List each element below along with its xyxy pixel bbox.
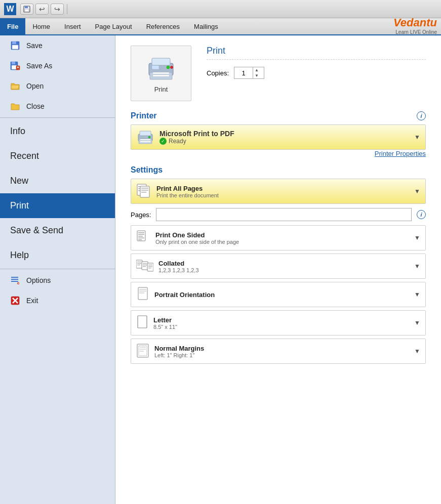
svg-rect-70 bbox=[140, 351, 144, 352]
printer-properties-link[interactable]: Printer Properties bbox=[375, 150, 426, 157]
sidebar-item-save-send[interactable]: Save & Send bbox=[0, 218, 115, 243]
pages-info-icon[interactable]: i bbox=[417, 210, 426, 219]
sidebar-label-info: Info bbox=[10, 126, 25, 137]
svg-rect-33 bbox=[140, 141, 150, 142]
svg-rect-59 bbox=[148, 266, 152, 267]
sidebar-item-recent[interactable]: Recent bbox=[0, 144, 115, 169]
pages-label: Pages: bbox=[131, 211, 151, 219]
setting-letter-text: Letter 8.5" x 11" bbox=[153, 316, 177, 330]
printer-section-header: Printer i bbox=[131, 111, 426, 120]
tab-insert[interactable]: Insert bbox=[57, 18, 88, 34]
sidebar-divider-2 bbox=[0, 269, 115, 269]
svg-rect-32 bbox=[140, 139, 150, 140]
setting-letter[interactable]: Letter 8.5" x 11" ▼ bbox=[131, 310, 426, 335]
svg-rect-40 bbox=[141, 188, 148, 189]
svg-rect-1 bbox=[25, 6, 28, 8]
sidebar-item-exit[interactable]: Exit bbox=[0, 290, 115, 311]
svg-point-27 bbox=[167, 66, 170, 69]
svg-rect-14 bbox=[11, 281, 18, 282]
sidebar-item-help[interactable]: Help bbox=[0, 243, 115, 268]
status-dot-icon: ✓ bbox=[159, 138, 167, 145]
sidebar-item-open[interactable]: Open bbox=[0, 76, 115, 96]
pages-icon bbox=[136, 183, 151, 199]
sidebar-label-exit: Exit bbox=[26, 297, 38, 305]
sidebar-label-print: Print bbox=[10, 200, 29, 211]
vedantu-brand: Vedantu bbox=[393, 16, 437, 29]
content-area: Print Print Copies: ▲ ▼ bbox=[115, 35, 441, 504]
print-icon-box[interactable]: Print bbox=[131, 46, 191, 101]
printer-small-icon bbox=[136, 129, 154, 145]
sidebar-item-options[interactable]: Options bbox=[0, 270, 115, 290]
margins-icon bbox=[136, 343, 149, 359]
sidebar: Save Save As Open Close bbox=[0, 35, 115, 504]
printer-info-icon[interactable]: i bbox=[417, 111, 426, 120]
svg-rect-69 bbox=[140, 349, 146, 350]
spinner-arrows: ▲ ▼ bbox=[253, 67, 260, 78]
sidebar-item-new[interactable]: New bbox=[0, 169, 115, 193]
tab-home[interactable]: Home bbox=[25, 18, 57, 34]
svg-rect-23 bbox=[152, 58, 170, 65]
svg-rect-26 bbox=[153, 75, 169, 76]
setting-print-one-sided[interactable]: Print One Sided Only print on one side o… bbox=[131, 225, 426, 250]
redo-button[interactable]: ↪ bbox=[51, 4, 64, 15]
pages-input[interactable] bbox=[156, 208, 412, 221]
undo-button[interactable]: ↩ bbox=[35, 4, 49, 15]
svg-point-28 bbox=[171, 66, 173, 68]
sidebar-item-save-as[interactable]: Save As bbox=[0, 56, 115, 76]
sidebar-item-info[interactable]: Info bbox=[0, 119, 115, 144]
save-quick-button[interactable] bbox=[20, 4, 33, 15]
sidebar-item-save[interactable]: Save bbox=[0, 35, 115, 56]
printer-dropdown[interactable]: Microsoft Print to PDF ✓ Ready ▼ bbox=[131, 124, 426, 150]
tab-mailings[interactable]: Mailings bbox=[187, 18, 225, 34]
setting-print-all-pages-arrow: ▼ bbox=[414, 188, 420, 195]
svg-rect-48 bbox=[138, 239, 142, 240]
sidebar-item-print[interactable]: Print bbox=[0, 193, 115, 218]
printer-section-label: Printer bbox=[131, 111, 157, 120]
sidebar-label-recent: Recent bbox=[10, 151, 39, 161]
svg-rect-50 bbox=[137, 262, 141, 262]
copies-row: Copies: ▲ ▼ bbox=[207, 67, 426, 79]
vedantu-tagline: Learn LIVE Online bbox=[395, 29, 437, 35]
svg-rect-57 bbox=[147, 263, 153, 271]
setting-margins-arrow: ▼ bbox=[414, 348, 420, 355]
tab-file[interactable]: File bbox=[0, 18, 25, 34]
sidebar-label-new: New bbox=[10, 176, 28, 186]
svg-rect-54 bbox=[143, 263, 147, 264]
spinner-up[interactable]: ▲ bbox=[253, 67, 260, 73]
svg-rect-55 bbox=[143, 265, 147, 265]
setting-collated[interactable]: Collated 1,2,3 1,2,3 1,2,3 ▼ bbox=[131, 254, 426, 279]
printer-props-link: Printer Properties bbox=[131, 150, 426, 157]
setting-collated-arrow: ▼ bbox=[414, 263, 420, 270]
print-right: Print Copies: ▲ ▼ bbox=[207, 46, 426, 79]
settings-header: Settings bbox=[131, 165, 426, 175]
setting-portrait-text: Portrait Orientation bbox=[154, 291, 215, 299]
open-icon bbox=[10, 81, 20, 91]
setting-print-all-pages[interactable]: Print All Pages Print the entire documen… bbox=[131, 179, 426, 204]
copies-input[interactable] bbox=[234, 67, 253, 78]
svg-rect-51 bbox=[137, 263, 141, 264]
collated-icon bbox=[136, 258, 153, 274]
tab-references[interactable]: References bbox=[139, 18, 187, 34]
svg-rect-22 bbox=[152, 65, 159, 69]
svg-rect-68 bbox=[140, 347, 146, 348]
print-header: Print Print Copies: ▲ ▼ bbox=[131, 46, 426, 101]
svg-rect-2 bbox=[25, 9, 29, 12]
printer-status: ✓ Ready bbox=[159, 138, 234, 145]
svg-point-34 bbox=[148, 136, 150, 138]
svg-rect-53 bbox=[142, 262, 148, 270]
sidebar-item-close[interactable]: Close bbox=[0, 96, 115, 116]
print-title: Print bbox=[207, 46, 426, 60]
options-icon bbox=[10, 275, 20, 285]
setting-margins[interactable]: Normal Margins Left: 1" Right: 1" ▼ bbox=[131, 339, 426, 364]
setting-portrait-arrow: ▼ bbox=[414, 291, 420, 298]
spinner-down[interactable]: ▼ bbox=[253, 73, 260, 78]
printer-name: Microsoft Print to PDF bbox=[159, 130, 234, 138]
sidebar-label-save-as: Save As bbox=[26, 62, 52, 70]
menu-bar: File Home Insert Page Layout References … bbox=[0, 18, 441, 35]
printer-section: Printer i Microsoft Print to PDF ✓ bbox=[131, 111, 426, 157]
one-sided-icon bbox=[136, 230, 150, 246]
copies-spinner[interactable]: ▲ ▼ bbox=[234, 67, 264, 79]
setting-portrait[interactable]: Portrait Orientation ▼ bbox=[131, 282, 426, 307]
tab-page-layout[interactable]: Page Layout bbox=[88, 18, 139, 34]
print-icon-label: Print bbox=[154, 86, 168, 93]
